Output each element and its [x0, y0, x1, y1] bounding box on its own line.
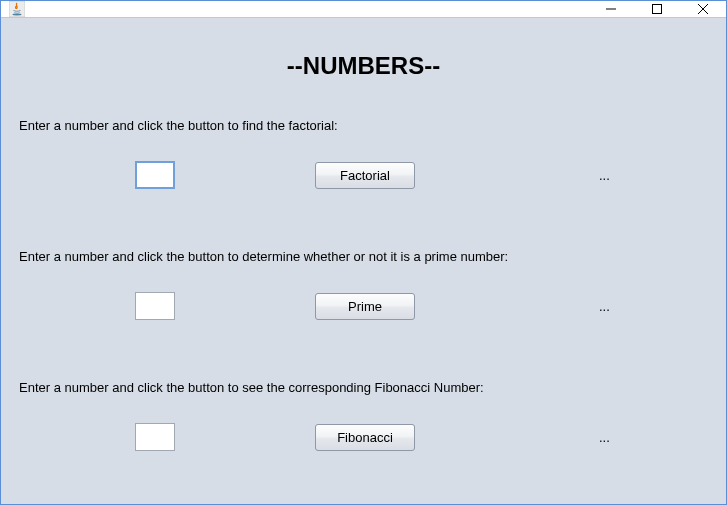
factorial-section: Enter a number and click the button to f… [19, 118, 708, 191]
factorial-result: ... [599, 168, 610, 183]
fibonacci-controls: Fibonacci ... [19, 421, 708, 453]
factorial-input[interactable] [135, 161, 175, 189]
prime-input[interactable] [135, 292, 175, 320]
prime-button[interactable]: Prime [315, 293, 415, 320]
svg-line-4 [698, 4, 708, 14]
close-button[interactable] [680, 1, 726, 17]
fibonacci-section: Enter a number and click the button to s… [19, 380, 708, 453]
factorial-controls: Factorial ... [19, 159, 708, 191]
svg-rect-3 [653, 5, 662, 14]
page-title: --NUMBERS-- [19, 52, 708, 80]
factorial-button[interactable]: Factorial [315, 162, 415, 189]
prime-controls: Prime ... [19, 290, 708, 322]
maximize-button[interactable] [634, 1, 680, 17]
factorial-instruction: Enter a number and click the button to f… [19, 118, 708, 133]
prime-instruction: Enter a number and click the button to d… [19, 249, 708, 264]
prime-section: Enter a number and click the button to d… [19, 249, 708, 322]
minimize-button[interactable] [588, 1, 634, 17]
fibonacci-button[interactable]: Fibonacci [315, 424, 415, 451]
prime-result: ... [599, 299, 610, 314]
svg-point-1 [13, 14, 22, 16]
svg-line-5 [698, 4, 708, 14]
content-panel: --NUMBERS-- Enter a number and click the… [1, 18, 726, 505]
application-window: --NUMBERS-- Enter a number and click the… [0, 0, 727, 505]
fibonacci-input[interactable] [135, 423, 175, 451]
fibonacci-instruction: Enter a number and click the button to s… [19, 380, 708, 395]
titlebar [1, 1, 726, 18]
java-icon [9, 1, 25, 17]
fibonacci-result: ... [599, 430, 610, 445]
titlebar-left [1, 1, 31, 17]
window-controls [588, 1, 726, 17]
